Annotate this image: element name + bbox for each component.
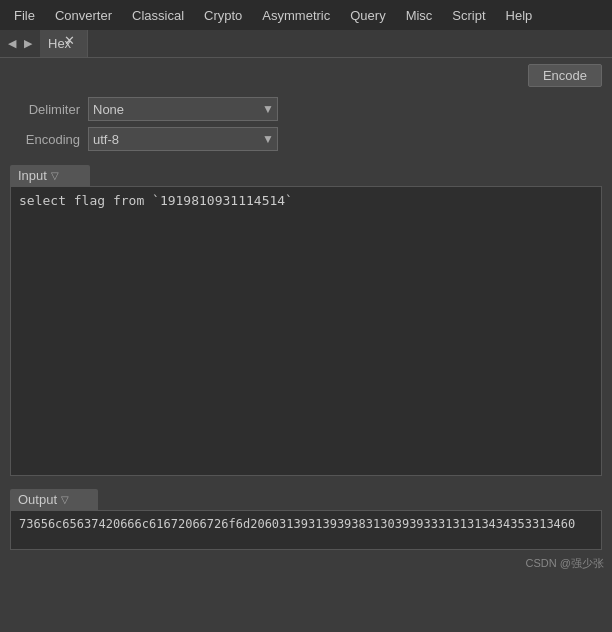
input-textarea[interactable] (10, 186, 602, 476)
menu-asymmetric[interactable]: Asymmetric (252, 4, 340, 27)
tab-bar: ◀ ▶ Hex ✕ (0, 30, 612, 58)
output-section: Output ▽ 73656c65637420666c61672066726f6… (0, 479, 612, 554)
encode-button[interactable]: Encode (528, 64, 602, 87)
delimiter-select-wrapper: None Space Comma Newline ▼ (88, 97, 278, 121)
menu-crypto[interactable]: Crypto (194, 4, 252, 27)
menu-bar: File Converter Classical Crypto Asymmetr… (0, 0, 612, 30)
menu-misc[interactable]: Misc (396, 4, 443, 27)
encoding-row: Encoding utf-8 utf-16 ascii latin-1 ▼ (10, 127, 602, 151)
delimiter-select[interactable]: None Space Comma Newline (88, 97, 278, 121)
nav-left-arrow[interactable]: ◀ (4, 34, 20, 54)
delimiter-row: Delimiter None Space Comma Newline ▼ (10, 97, 602, 121)
delimiter-label: Delimiter (10, 102, 80, 117)
encoding-label: Encoding (10, 132, 80, 147)
tab-hex[interactable]: Hex ✕ (40, 30, 88, 57)
output-label: Output (18, 492, 57, 507)
menu-classical[interactable]: Classical (122, 4, 194, 27)
encoding-select[interactable]: utf-8 utf-16 ascii latin-1 (88, 127, 278, 151)
tab-close-button[interactable]: ✕ (64, 33, 75, 48)
options-area: Delimiter None Space Comma Newline ▼ Enc… (0, 93, 612, 165)
toolbar: Encode (0, 58, 612, 93)
input-header[interactable]: Input ▽ (10, 165, 90, 186)
output-arrow-icon: ▽ (61, 494, 69, 505)
input-label: Input (18, 168, 47, 183)
menu-query[interactable]: Query (340, 4, 395, 27)
menu-converter[interactable]: Converter (45, 4, 122, 27)
input-section: Input ▽ (0, 165, 612, 479)
input-arrow-icon: ▽ (51, 170, 59, 181)
output-header[interactable]: Output ▽ (10, 489, 98, 510)
menu-help[interactable]: Help (496, 4, 543, 27)
nav-arrows: ◀ ▶ (0, 34, 40, 54)
output-text: 73656c65637420666c61672066726f6d20603139… (10, 510, 602, 550)
menu-script[interactable]: Script (442, 4, 495, 27)
encoding-select-wrapper: utf-8 utf-16 ascii latin-1 ▼ (88, 127, 278, 151)
nav-right-arrow[interactable]: ▶ (20, 34, 36, 54)
menu-file[interactable]: File (4, 4, 45, 27)
watermark: CSDN @强少张 (0, 554, 612, 573)
